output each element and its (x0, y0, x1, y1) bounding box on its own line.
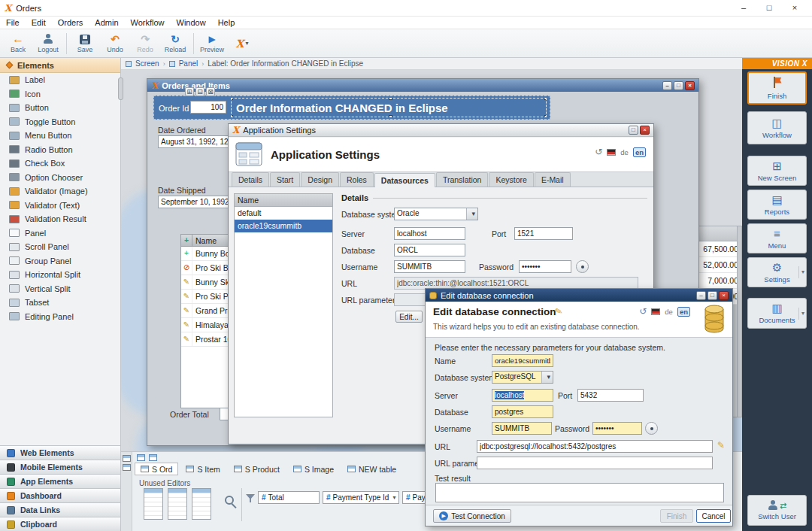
breadcrumb-screen[interactable]: Screen (135, 59, 159, 68)
palette-item[interactable]: Panel (0, 226, 120, 241)
tab-email[interactable]: E-Mail (535, 172, 571, 187)
edit-connection-button[interactable]: Edit... (395, 311, 423, 323)
database-field[interactable] (394, 244, 465, 256)
edit-connection-titlebar[interactable]: Edit database connection – □ × (426, 289, 732, 302)
palette-item[interactable]: Option Chooser (0, 171, 120, 185)
remove-icon[interactable]: ⊟ (195, 87, 205, 96)
logout-button[interactable]: Logout (33, 31, 63, 56)
close-icon[interactable]: × (685, 81, 695, 90)
palette-item[interactable]: Validation Result (0, 212, 120, 226)
database-system-select[interactable]: PostgreSQL (492, 371, 553, 384)
palette-item[interactable]: Menu Button (0, 129, 120, 143)
name-column-header[interactable]: Name (192, 236, 217, 245)
edit-url-pencil-icon[interactable]: ✎ (717, 440, 725, 451)
palette-item[interactable]: Label (0, 73, 120, 87)
reload-button[interactable]: ↻ Reload (160, 31, 190, 56)
username-field[interactable] (394, 260, 465, 273)
palette-section-header[interactable]: Dashboard (0, 488, 120, 502)
filter-funnel-icon[interactable] (246, 494, 255, 503)
menu-item[interactable]: Orders (52, 18, 89, 27)
tab-s-ord[interactable]: S Ord (135, 463, 178, 475)
server-field[interactable] (394, 227, 465, 240)
palette-item[interactable]: Tabset (0, 296, 120, 310)
palette-item[interactable]: Editing Panel (0, 310, 120, 324)
language-en[interactable]: en (677, 307, 690, 317)
palette-section-header[interactable]: App Elements (0, 474, 120, 488)
tab-start[interactable]: Start (270, 172, 300, 187)
datasource-row-default[interactable]: default (235, 207, 332, 220)
tab-design[interactable]: Design (301, 172, 339, 187)
url-parameter-field[interactable] (477, 457, 713, 469)
palette-header[interactable]: Elements (0, 58, 120, 73)
palette-item[interactable]: Toggle Button (0, 115, 120, 129)
close-icon[interactable]: × (640, 126, 650, 135)
palette-item[interactable]: Button (0, 101, 120, 115)
language-en[interactable]: en (633, 147, 646, 157)
password-field[interactable] (519, 260, 571, 273)
palette-item[interactable]: Icon (0, 87, 120, 102)
maximize-icon[interactable]: □ (674, 81, 683, 90)
menu-button[interactable]: ≡ Menu (747, 223, 807, 253)
order-id-field[interactable] (190, 101, 226, 114)
show-password-icon[interactable] (645, 422, 658, 435)
resize-handle[interactable] (389, 115, 392, 117)
reset-icon[interactable]: ↺ (639, 306, 647, 317)
port-field[interactable] (514, 227, 573, 240)
name-field[interactable] (492, 354, 553, 367)
menu-item[interactable]: Window (171, 18, 212, 27)
table-icon[interactable] (123, 455, 131, 462)
show-password-icon[interactable] (576, 260, 589, 273)
undo-button[interactable]: ↶ Undo (100, 31, 130, 56)
database-field[interactable] (492, 405, 553, 418)
switch-user-button[interactable]: ⇄ Switch User (747, 495, 807, 526)
chevron-down-icon[interactable]: ▾ (798, 308, 804, 320)
menu-item[interactable]: Help (212, 18, 241, 27)
close-icon[interactable]: × (782, 0, 807, 16)
chevron-down-icon[interactable]: ▾ (798, 266, 804, 278)
resize-handle[interactable] (544, 115, 547, 117)
finish-button[interactable]: Finish (747, 71, 807, 105)
menu-item[interactable]: Workflow (125, 18, 171, 27)
palette-item[interactable]: Group Panel (0, 254, 120, 269)
preview-button[interactable]: ▶ Preview (197, 31, 227, 56)
tab-s-product[interactable]: S Product (228, 463, 286, 475)
palette-section-header[interactable]: Clipboard (0, 517, 120, 531)
minimize-icon[interactable]: – (662, 81, 672, 90)
tab-details[interactable]: Details (232, 172, 269, 187)
cancel-button[interactable]: Cancel (696, 509, 731, 523)
url-field[interactable] (477, 440, 713, 453)
scrollbar[interactable] (737, 226, 741, 417)
table-icon[interactable] (149, 454, 157, 461)
documents-button[interactable]: ▥ Documents ▾ (747, 298, 807, 329)
minimize-icon[interactable]: – (696, 291, 706, 300)
editor-thumbnail[interactable] (168, 488, 187, 520)
maximize-icon[interactable]: □ (629, 126, 638, 135)
minimize-icon[interactable]: – (731, 0, 756, 16)
table-icon[interactable] (123, 464, 131, 471)
palette-collapse-handle[interactable] (118, 77, 123, 100)
tab-datasources[interactable]: Datasources (374, 173, 435, 187)
maximize-icon[interactable]: □ (756, 0, 782, 16)
resize-handle[interactable] (231, 98, 233, 100)
palette-item[interactable]: Validator (Text) (0, 199, 120, 213)
settings-titlebar[interactable]: X Application Settings □ × (229, 124, 653, 137)
breadcrumb-panel[interactable]: Panel (179, 59, 198, 68)
palette-item[interactable]: Radio Button (0, 143, 120, 157)
resize-handle[interactable] (389, 98, 392, 100)
palette-item[interactable]: Scroll Panel (0, 240, 120, 254)
back-button[interactable]: ← Back (3, 31, 33, 56)
tab-s-image[interactable]: S Image (287, 463, 340, 475)
palette-section-header[interactable]: Data Links (0, 502, 120, 517)
tab-keystore[interactable]: Keystore (489, 172, 533, 187)
settings-button[interactable]: ⚙ Settings ▾ (747, 257, 807, 287)
orders-window-titlebar[interactable]: X Orders and Items – □ × (147, 79, 698, 92)
grid-icon[interactable]: ⊞ (185, 87, 194, 96)
port-field[interactable] (577, 389, 644, 402)
selected-label[interactable]: Order Information CHANGED in Eclipse (231, 98, 547, 117)
test-connection-button[interactable]: ▶ Test Connection (433, 509, 511, 523)
tab-new-table[interactable]: NEW table (341, 463, 402, 475)
password-field[interactable] (592, 422, 642, 435)
menu-item[interactable]: Admin (89, 18, 124, 27)
save-button[interactable]: Save (70, 31, 100, 56)
workflow-button[interactable]: ◫ Workflow (747, 111, 807, 144)
